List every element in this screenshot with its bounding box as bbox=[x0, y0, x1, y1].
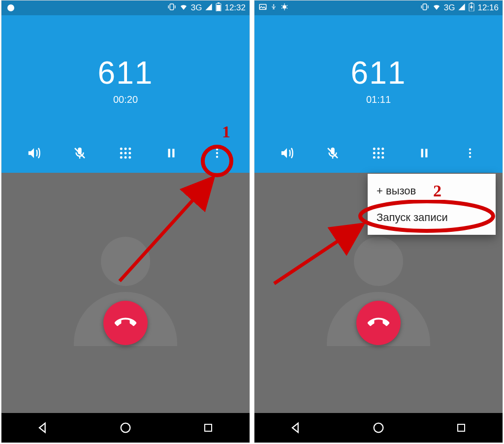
svg-point-40 bbox=[377, 152, 379, 155]
dialed-number: 611 bbox=[254, 55, 503, 91]
svg-rect-19 bbox=[172, 149, 174, 157]
network-label: 3G bbox=[191, 3, 202, 13]
svg-point-16 bbox=[124, 156, 126, 159]
svg-rect-46 bbox=[425, 149, 427, 157]
svg-point-15 bbox=[120, 156, 123, 159]
svg-point-20 bbox=[216, 148, 218, 150]
svg-point-27 bbox=[283, 5, 286, 9]
mute-button[interactable] bbox=[70, 143, 90, 163]
call-controls bbox=[254, 143, 503, 163]
svg-point-23 bbox=[121, 423, 130, 433]
svg-point-13 bbox=[124, 152, 126, 155]
end-call-button[interactable] bbox=[356, 301, 401, 345]
battery-charging-icon bbox=[469, 2, 474, 14]
image-icon bbox=[258, 2, 267, 14]
call-header: 611 01:11 bbox=[254, 0, 503, 173]
debug-icon bbox=[280, 2, 289, 14]
battery-icon bbox=[216, 2, 221, 14]
menu-start-recording[interactable]: Запуск записи bbox=[368, 204, 496, 231]
overflow-menu-button[interactable] bbox=[460, 143, 480, 163]
svg-rect-4 bbox=[217, 5, 220, 11]
phone-screenshot-right: 3G 12:16 611 01:11 bbox=[254, 0, 503, 443]
svg-rect-28 bbox=[423, 4, 427, 10]
signal-icon bbox=[205, 3, 213, 13]
svg-point-11 bbox=[128, 148, 131, 150]
svg-point-21 bbox=[216, 152, 218, 154]
svg-rect-32 bbox=[471, 2, 472, 3]
status-bar: 3G 12:16 bbox=[254, 0, 503, 15]
svg-point-10 bbox=[124, 148, 126, 150]
signal-icon bbox=[458, 3, 466, 13]
svg-point-49 bbox=[469, 156, 471, 158]
svg-point-47 bbox=[469, 148, 471, 150]
dialpad-button[interactable] bbox=[116, 143, 135, 163]
svg-rect-45 bbox=[421, 149, 423, 157]
dialed-number: 611 bbox=[1, 55, 250, 91]
svg-rect-18 bbox=[168, 149, 170, 157]
hold-button[interactable] bbox=[161, 143, 181, 163]
call-duration: 01:11 bbox=[254, 94, 503, 105]
clock-label: 12:16 bbox=[477, 3, 499, 13]
call-body bbox=[1, 173, 250, 414]
svg-rect-5 bbox=[218, 2, 220, 3]
wifi-icon bbox=[432, 2, 441, 14]
recents-button[interactable] bbox=[449, 415, 473, 440]
speaker-button[interactable] bbox=[24, 143, 44, 163]
mute-button[interactable] bbox=[323, 143, 343, 163]
svg-point-50 bbox=[374, 423, 383, 433]
svg-point-41 bbox=[381, 152, 384, 155]
wifi-icon bbox=[179, 2, 188, 14]
speaker-button[interactable] bbox=[277, 143, 297, 163]
android-nav-bar bbox=[1, 413, 250, 443]
recents-button[interactable] bbox=[196, 415, 220, 440]
status-bar: 3G 12:32 bbox=[1, 0, 250, 15]
svg-rect-51 bbox=[458, 424, 465, 431]
network-label: 3G bbox=[444, 3, 455, 13]
call-controls bbox=[1, 143, 250, 163]
svg-point-9 bbox=[120, 148, 123, 150]
usb-icon bbox=[270, 2, 277, 14]
svg-point-22 bbox=[216, 156, 218, 158]
svg-point-38 bbox=[381, 148, 384, 150]
svg-point-36 bbox=[373, 148, 376, 150]
overflow-menu: + вызов Запуск записи bbox=[368, 174, 496, 235]
call-header: 611 00:20 bbox=[1, 0, 250, 173]
android-nav-bar bbox=[254, 413, 503, 443]
svg-point-48 bbox=[469, 152, 471, 154]
overflow-menu-button[interactable] bbox=[207, 143, 227, 163]
svg-point-37 bbox=[377, 148, 379, 150]
vibrate-icon bbox=[420, 2, 429, 14]
home-button[interactable] bbox=[366, 415, 391, 440]
end-call-button[interactable] bbox=[103, 301, 148, 345]
vibrate-icon bbox=[167, 2, 176, 14]
svg-point-39 bbox=[373, 152, 376, 155]
svg-point-17 bbox=[128, 156, 131, 159]
phone-screenshot-left: 3G 12:32 611 00:20 bbox=[1, 0, 250, 443]
svg-point-42 bbox=[373, 156, 376, 159]
back-button[interactable] bbox=[31, 415, 55, 440]
back-button[interactable] bbox=[284, 415, 308, 440]
svg-point-43 bbox=[377, 156, 379, 159]
dialpad-button[interactable] bbox=[369, 143, 388, 163]
status-dot-icon bbox=[7, 4, 14, 11]
call-duration: 00:20 bbox=[1, 94, 250, 105]
hold-button[interactable] bbox=[414, 143, 434, 163]
svg-point-14 bbox=[128, 152, 131, 155]
home-button[interactable] bbox=[113, 415, 138, 440]
svg-rect-0 bbox=[170, 4, 174, 10]
clock-label: 12:32 bbox=[224, 3, 246, 13]
svg-rect-24 bbox=[205, 424, 212, 431]
svg-point-44 bbox=[381, 156, 384, 159]
menu-add-call[interactable]: + вызов bbox=[368, 178, 496, 204]
svg-point-12 bbox=[120, 152, 123, 155]
